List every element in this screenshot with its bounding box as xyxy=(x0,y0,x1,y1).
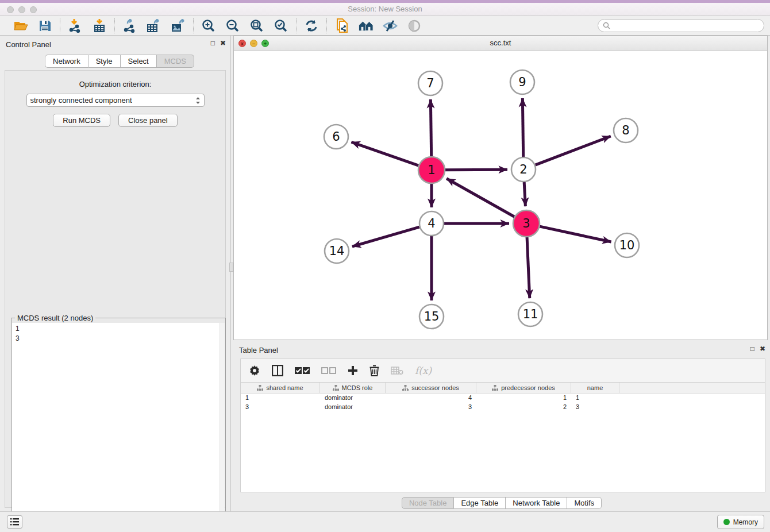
table-body: 1dominator4113dominator323 xyxy=(241,394,765,412)
table-cell[interactable]: dominator xyxy=(320,394,386,403)
criterion-select[interactable]: strongly connected component xyxy=(26,94,205,107)
edge-3-10[interactable] xyxy=(540,226,611,242)
table-row[interactable]: 1dominator411 xyxy=(241,394,765,403)
refresh-icon[interactable] xyxy=(304,18,319,33)
edge-1-6[interactable] xyxy=(351,142,418,165)
table-cell[interactable]: 3 xyxy=(241,403,320,412)
node-7[interactable]: 7 xyxy=(418,71,442,95)
show-columns-icon[interactable] xyxy=(272,365,283,376)
tab-edge-table[interactable]: Edge Table xyxy=(454,497,506,509)
column-header-predecessor-nodes[interactable]: predecessor nodes xyxy=(476,383,571,393)
export-network-icon[interactable] xyxy=(122,18,137,33)
zoom-out-icon[interactable] xyxy=(225,18,240,33)
first-neighbors-icon[interactable] xyxy=(359,18,374,33)
clone-network-view-icon[interactable] xyxy=(334,18,349,33)
add-row-icon[interactable] xyxy=(348,365,358,376)
node-9[interactable]: 9 xyxy=(510,70,534,94)
result-scrollbar[interactable] xyxy=(220,323,225,532)
search-box[interactable] xyxy=(598,19,764,32)
node-11[interactable]: 11 xyxy=(518,302,542,326)
column-header-MCDS-role[interactable]: MCDS role xyxy=(320,383,386,393)
svg-text:1: 1 xyxy=(428,163,435,177)
network-window-titlebar[interactable]: x – + scc.txt xyxy=(234,36,767,51)
tab-select[interactable]: Select xyxy=(121,55,157,68)
edge-3-1[interactable] xyxy=(446,179,514,217)
edge-2-9[interactable] xyxy=(522,98,523,157)
table-cell[interactable]: 3 xyxy=(571,403,619,412)
delete-row-icon[interactable] xyxy=(369,365,379,376)
edge-1-7[interactable] xyxy=(430,99,431,156)
run-mcds-button[interactable]: Run MCDS xyxy=(53,114,110,127)
tab-node-table[interactable]: Node Table xyxy=(402,497,455,509)
main-toolbar xyxy=(0,16,770,36)
close-table-panel-icon[interactable]: ✖ xyxy=(760,345,765,353)
node-15[interactable]: 15 xyxy=(419,304,444,329)
task-history-button[interactable] xyxy=(7,515,22,529)
deselect-all-icon[interactable] xyxy=(321,367,336,375)
column-header-name[interactable]: name xyxy=(571,383,619,393)
tab-mcds[interactable]: MCDS xyxy=(157,55,194,68)
optimization-criterion-label: Optimization criterion: xyxy=(5,80,225,88)
save-session-icon[interactable] xyxy=(37,18,52,33)
tab-motifs[interactable]: Motifs xyxy=(567,497,602,509)
node-6[interactable]: 6 xyxy=(324,125,348,149)
network-canvas[interactable]: 7968124314101511 xyxy=(234,51,767,340)
node-8[interactable]: 8 xyxy=(614,118,638,142)
svg-text:14: 14 xyxy=(329,244,345,258)
window-title: Session: New Session xyxy=(0,5,770,13)
node-14[interactable]: 14 xyxy=(325,239,349,263)
delete-table-icon[interactable] xyxy=(391,366,403,375)
tab-style[interactable]: Style xyxy=(88,55,121,68)
edge-4-14[interactable] xyxy=(352,227,419,246)
tab-network[interactable]: Network xyxy=(45,55,88,68)
search-input[interactable] xyxy=(613,21,759,30)
float-panel-icon[interactable]: □ xyxy=(211,39,215,47)
zoom-fit-icon[interactable] xyxy=(249,18,264,33)
show-hidden-icon[interactable] xyxy=(407,18,422,33)
float-table-panel-icon[interactable]: □ xyxy=(750,345,754,353)
memory-button[interactable]: Memory xyxy=(717,515,764,529)
node-4[interactable]: 4 xyxy=(419,211,444,236)
import-network-icon[interactable] xyxy=(68,18,83,33)
table-cell[interactable]: 4 xyxy=(386,394,476,403)
column-header-successor-nodes[interactable]: successor nodes xyxy=(386,383,476,393)
node-1[interactable]: 1 xyxy=(418,157,445,183)
open-session-icon[interactable] xyxy=(13,18,28,33)
column-header-shared-name[interactable]: shared name xyxy=(241,383,320,393)
table-cell[interactable]: 2 xyxy=(476,403,571,412)
table-panel-title: Table Panel xyxy=(239,346,278,354)
table-cell[interactable]: 3 xyxy=(386,403,476,412)
panel-divider-handle[interactable] xyxy=(229,263,233,272)
close-panel-button[interactable]: Close panel xyxy=(118,114,178,127)
node-2[interactable]: 2 xyxy=(511,157,536,182)
table-cell[interactable]: dominator xyxy=(320,403,386,412)
edge-1-2[interactable] xyxy=(445,169,507,170)
table-cell[interactable]: 1 xyxy=(241,394,320,403)
table-settings-icon[interactable] xyxy=(249,365,260,376)
table-toolbar: f(x) xyxy=(240,358,765,383)
zoom-in-icon[interactable] xyxy=(201,18,216,33)
edge-2-3[interactable] xyxy=(524,182,525,206)
import-table-icon[interactable] xyxy=(92,18,107,33)
tab-network-table[interactable]: Network Table xyxy=(506,497,567,509)
table-row[interactable]: 3dominator323 xyxy=(241,403,765,412)
edge-3-11[interactable] xyxy=(527,237,530,298)
function-builder-icon[interactable]: f(x) xyxy=(415,365,432,376)
zoom-selected-icon[interactable] xyxy=(274,18,288,33)
table-cell[interactable]: 1 xyxy=(571,394,619,403)
network-graph[interactable]: 7968124314101511 xyxy=(234,51,767,340)
table-cell[interactable]: 1 xyxy=(476,394,571,403)
mcds-result-text[interactable]: 1 3 xyxy=(12,323,225,532)
column-tree-icon xyxy=(402,385,409,391)
export-image-icon[interactable] xyxy=(171,18,186,33)
close-panel-icon[interactable]: ✖ xyxy=(220,39,226,47)
node-table[interactable]: shared nameMCDS rolesuccessor nodesprede… xyxy=(240,382,765,492)
network-view-window: x – + scc.txt 7968124314101511 xyxy=(233,36,768,340)
export-table-icon[interactable] xyxy=(147,18,161,33)
node-3[interactable]: 3 xyxy=(513,210,540,237)
select-all-icon[interactable] xyxy=(295,367,310,375)
edge-2-8[interactable] xyxy=(536,136,611,165)
hide-selected-icon[interactable] xyxy=(383,18,398,33)
search-icon xyxy=(603,22,610,29)
node-10[interactable]: 10 xyxy=(615,233,639,257)
